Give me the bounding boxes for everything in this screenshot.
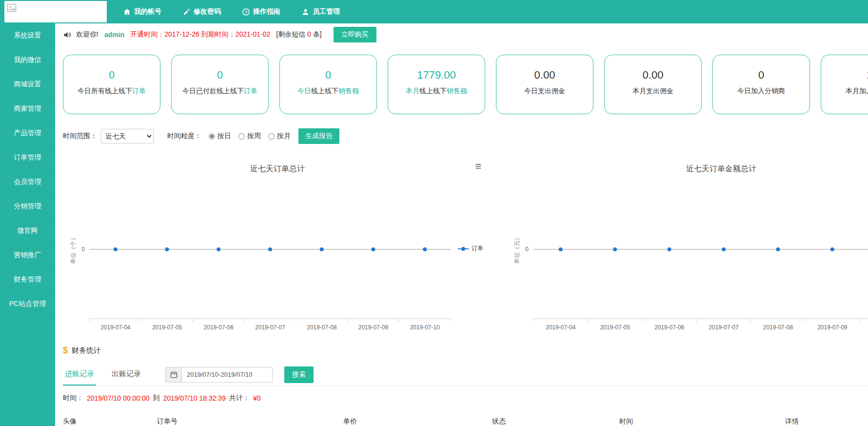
stat-label: 今日支出佣金 xyxy=(496,87,593,96)
svg-text:2019-07-08: 2019-07-08 xyxy=(763,324,793,331)
generate-report-button[interactable]: 生成报告 xyxy=(298,128,339,144)
stat-card-month-sales: 1779.00 本月线上线下销售额 xyxy=(388,55,485,114)
granularity-radio-monthly[interactable]: 按月 xyxy=(268,132,291,141)
svg-text:?: ? xyxy=(245,9,247,14)
column-header-unit-price: 单价 xyxy=(343,417,492,426)
sidebar-item-distribution-management[interactable]: 分销管理 xyxy=(0,194,55,219)
column-header-order-number: 订单号 xyxy=(157,417,343,426)
radio-weekly-input[interactable] xyxy=(238,133,245,140)
stat-value: 0 xyxy=(63,69,160,81)
svg-text:2019-07-10: 2019-07-10 xyxy=(410,324,440,331)
sms-remaining: [剩余短信 0 条] xyxy=(276,30,321,39)
stat-card-today-commission: 0.00 今日支出佣金 xyxy=(496,55,593,114)
stat-card-today-sales: 0 今日线上线下销售额 xyxy=(279,55,377,114)
tab-expense-records[interactable]: 出账记录 xyxy=(110,364,143,385)
date-range-group xyxy=(165,367,273,383)
username: admin xyxy=(104,31,124,39)
sidebar-item-label: 微官网 xyxy=(18,226,38,235)
summary-to-label: 到 xyxy=(153,394,159,403)
svg-text:2019-07-09: 2019-07-09 xyxy=(817,324,848,331)
report-filter-row: 时间范围： 近七天 时间粒度： 按日 按周 按月 生成报告 xyxy=(63,129,868,143)
legend-line-dot-icon xyxy=(458,248,469,249)
granularity-radio-weekly[interactable]: 按周 xyxy=(238,132,261,141)
sidebar-item-mall-settings[interactable]: 商城设置 xyxy=(0,72,55,97)
buy-now-button[interactable]: 立即购买 xyxy=(334,27,376,42)
time-range-label: 时间范围： xyxy=(63,132,97,141)
order-amount-line-chart: 2019-07-042019-07-052019-07-062019-07-07… xyxy=(507,156,868,337)
welcome-greeting: 欢迎你! xyxy=(76,30,99,39)
chart-legend-orders[interactable]: 订单 xyxy=(458,244,483,253)
main-content: 欢迎你! admin 开通时间：2017-12-26 到期时间：2021-01-… xyxy=(55,23,868,426)
stat-label: 今日已付款线上线下订单 xyxy=(172,87,268,96)
sidebar-item-label: 会员管理 xyxy=(14,178,41,186)
charts-row: 近七天订单总计 ≡ 2019-07-042019-07-052019-07-06… xyxy=(63,156,868,337)
nav-guide[interactable]: ? 操作指南 xyxy=(232,0,291,23)
sidebar-item-label: 财务管理 xyxy=(14,275,41,284)
granularity-radio-daily[interactable]: 按日 xyxy=(209,132,231,141)
orders-chart-panel: 近七天订单总计 ≡ 2019-07-042019-07-052019-07-06… xyxy=(63,156,492,337)
radio-daily-input[interactable] xyxy=(209,133,215,140)
stat-value: 0 xyxy=(172,69,268,81)
finance-section-header: $ 财务统计 xyxy=(63,345,868,356)
sidebar-item-my-wechat[interactable]: 我的微信 xyxy=(0,48,55,72)
stat-label: 本月线上线下销售额 xyxy=(388,87,485,96)
home-icon xyxy=(123,8,131,16)
summary-total-label: 共计： xyxy=(229,394,250,403)
sidebar-item-pc-site-management[interactable]: PC站点管理 xyxy=(0,292,55,316)
calendar-icon[interactable] xyxy=(165,367,182,383)
nav-staff-management[interactable]: 员工管理 xyxy=(291,0,351,23)
account-period: 开通时间：2017-12-26 到期时间：2021-01-02 xyxy=(130,30,270,39)
sidebar-item-label: 商家管理 xyxy=(14,104,41,113)
stat-cards-row: 0 今日所有线上线下订单 0 今日已付款线上线下订单 0 今日线上线下销售额 1… xyxy=(63,55,868,114)
sidebar-item-product-management[interactable]: 产品管理 xyxy=(0,121,55,145)
column-header-avatar: 头像 xyxy=(63,417,157,426)
sidebar-item-finance-management[interactable]: 财务管理 xyxy=(0,267,55,292)
summary-end-time: 2019/07/10 18:32:39 xyxy=(163,394,225,402)
finance-section-title: 财务统计 xyxy=(72,346,101,355)
topbar: 我的帐号 修改密码 ? 操作指南 员工管理 xyxy=(0,0,868,23)
stat-value: 1 xyxy=(821,69,868,81)
stat-card-today-all-orders: 0 今日所有线上线下订单 xyxy=(63,55,160,114)
sidebar-item-merchant-management[interactable]: 商家管理 xyxy=(0,97,55,121)
summary-start-time: 2019/07/10 00:00:00 xyxy=(87,394,149,402)
stat-value: 1779.00 xyxy=(388,69,485,81)
sidebar-item-label: 商城设置 xyxy=(14,80,41,89)
time-range-select[interactable]: 近七天 xyxy=(101,129,154,143)
column-header-status: 状态 xyxy=(492,417,619,426)
sidebar-item-marketing[interactable]: 营销推广 xyxy=(0,243,55,267)
tab-income-records[interactable]: 进账记录 xyxy=(63,364,96,385)
search-button[interactable]: 搜索 xyxy=(284,366,314,383)
svg-text:单位（元）: 单位（元） xyxy=(513,235,520,264)
stat-value: 0 xyxy=(280,69,376,81)
speaker-icon xyxy=(63,31,71,39)
sidebar-item-micro-site[interactable]: 微官网 xyxy=(0,219,55,243)
welcome-bar: 欢迎你! admin 开通时间：2017-12-26 到期时间：2021-01-… xyxy=(63,23,868,46)
svg-text:2019-07-09: 2019-07-09 xyxy=(358,324,389,331)
stat-label: 本月支出佣金 xyxy=(605,87,701,96)
date-range-input[interactable] xyxy=(182,367,273,383)
records-table-header: 头像 订单号 单价 状态 时间 详情 xyxy=(63,417,868,426)
radio-monthly-input[interactable] xyxy=(268,133,275,140)
column-header-details: 详情 xyxy=(785,417,868,426)
stat-card-month-distributors: 1 本月加入分销商 xyxy=(821,55,868,114)
svg-text:2019-07-05: 2019-07-05 xyxy=(152,324,182,331)
order-amount-chart-panel: 近七天订单金额总计 ≡ 2019-07-042019-07-052019-07-… xyxy=(507,156,868,337)
broken-image-icon xyxy=(7,3,17,15)
chart-toolbox-icon[interactable]: ≡ xyxy=(475,161,481,172)
nav-change-password[interactable]: 修改密码 xyxy=(172,0,232,23)
stat-value: 0.00 xyxy=(496,69,593,81)
svg-text:2019-07-06: 2019-07-06 xyxy=(654,324,685,331)
sidebar-item-system-settings[interactable]: 系统设置 xyxy=(0,23,55,48)
stat-label: 今日线上线下销售额 xyxy=(280,87,376,96)
svg-text:2019-07-04: 2019-07-04 xyxy=(100,324,131,331)
sidebar-item-label: 我的微信 xyxy=(14,56,41,64)
nav-my-account[interactable]: 我的帐号 xyxy=(113,0,172,23)
stat-label: 本月加入分销商 xyxy=(821,87,868,96)
sidebar-item-label: 订单管理 xyxy=(14,153,41,162)
stat-label: 今日加入分销商 xyxy=(713,87,809,96)
sidebar-item-member-management[interactable]: 会员管理 xyxy=(0,170,55,194)
svg-text:0: 0 xyxy=(81,246,85,253)
legend-label: 订单 xyxy=(472,244,483,253)
question-circle-icon: ? xyxy=(242,8,250,16)
sidebar-item-order-management[interactable]: 订单管理 xyxy=(0,145,55,170)
